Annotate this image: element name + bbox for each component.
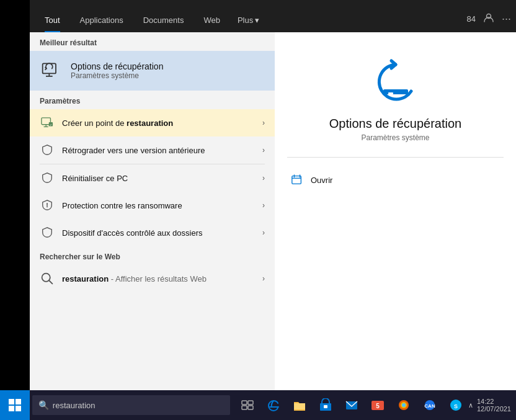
mail-icon[interactable] — [339, 390, 364, 420]
open-text: Ouvrir — [311, 176, 332, 185]
protection-text: Protection contre les ransomware — [62, 201, 255, 210]
chevron-right-icon-creer: › — [262, 118, 265, 127]
svg-rect-22 — [242, 406, 247, 409]
taskbar-icons: 5 CAN S — [235, 390, 468, 420]
start-button[interactable] — [0, 390, 30, 420]
web-search-item[interactable]: restauration - Afficher les résultats We… — [30, 265, 275, 292]
svg-rect-19 — [16, 406, 21, 411]
right-divider — [287, 157, 504, 158]
taskview-icon[interactable] — [235, 390, 260, 420]
chevron-right-icon-dispositif: › — [262, 228, 265, 237]
taskbar-right: ∧ 14:2212/07/2021 — [468, 398, 516, 413]
shield-ransomware-icon — [40, 198, 55, 213]
svg-rect-17 — [16, 399, 21, 404]
search-content: Meilleur résultat Options de récupératio… — [30, 32, 516, 390]
web-query-text: restauration - Afficher les résultats We… — [62, 274, 255, 284]
search-icon — [40, 271, 55, 286]
monitor-icon: ✓ — [40, 115, 55, 130]
right-action-open[interactable]: Ouvrir — [287, 168, 504, 192]
system-tray: ∧ — [468, 401, 473, 409]
svg-text:✓: ✓ — [50, 123, 52, 127]
svg-rect-13 — [383, 89, 408, 94]
chevron-right-icon-reinitialiser: › — [262, 174, 265, 182]
svg-rect-20 — [242, 401, 247, 404]
right-title: Options de récupération — [329, 117, 461, 131]
can-icon[interactable]: CAN — [417, 390, 442, 420]
account-icon[interactable] — [483, 12, 494, 26]
web-search-label: Rechercher sur le Web — [30, 246, 275, 265]
tab-applications[interactable]: Applications — [70, 16, 133, 32]
list-item-creer[interactable]: ✓ Créer un point de restauration › — [30, 109, 275, 136]
clock: 14:2212/07/2021 — [477, 398, 511, 413]
svg-text:S: S — [454, 403, 458, 409]
tab-right-area: 84 ··· — [467, 12, 511, 32]
taskbar-search-icon: 🔍 — [38, 400, 49, 410]
taskbar: 🔍 restauration — [0, 390, 516, 420]
left-panel: Meilleur résultat Options de récupératio… — [30, 32, 275, 390]
right-subtitle: Paramètres système — [361, 133, 429, 142]
taskbar-search-text: restauration — [53, 401, 96, 410]
best-result-text: Options de récupération Paramètres systè… — [71, 61, 163, 80]
right-recovery-icon — [371, 57, 420, 107]
list-item-reinitialiser[interactable]: Réinitialiser ce PC › — [30, 164, 275, 192]
tab-tout[interactable]: Tout — [35, 16, 70, 32]
file-explorer-icon[interactable] — [287, 390, 312, 420]
creer-text: Créer un point de restauration — [62, 118, 255, 128]
svg-rect-25 — [324, 405, 327, 408]
chevron-right-icon-protection: › — [262, 201, 265, 210]
svg-line-12 — [49, 280, 52, 284]
chevron-right-icon-retrograder: › — [262, 146, 265, 154]
tab-web[interactable]: Web — [194, 16, 230, 32]
svg-rect-14 — [388, 92, 393, 94]
skype-icon[interactable]: S — [443, 390, 468, 420]
list-item-retrograder[interactable]: Rétrograder vers une version antérieure … — [30, 136, 275, 164]
svg-rect-23 — [248, 406, 253, 409]
svg-rect-18 — [9, 406, 14, 411]
reinitialiser-text: Réinitialiser ce PC — [62, 174, 255, 183]
svg-rect-21 — [248, 401, 253, 404]
svg-text:CAN: CAN — [424, 403, 435, 409]
shield-back-icon — [40, 143, 55, 158]
best-result-label: Meilleur résultat — [30, 32, 275, 51]
svg-point-31 — [402, 403, 406, 407]
svg-point-10 — [47, 203, 48, 204]
store-icon[interactable] — [313, 390, 338, 420]
svg-rect-1 — [43, 63, 56, 73]
search-panel: Tout Applications Documents Web Plus ▾ 8… — [30, 0, 516, 390]
more-icon[interactable]: ··· — [502, 12, 511, 25]
refresh-icon — [40, 171, 55, 185]
svg-text:5: 5 — [376, 403, 380, 409]
dispositif-text: Dispositif d'accès contrôlé aux dossiers — [62, 228, 255, 238]
chevron-down-icon: ▾ — [255, 16, 259, 25]
folder-shield-icon — [40, 225, 55, 240]
edge-icon[interactable] — [261, 390, 286, 420]
chevron-right-icon-web: › — [262, 274, 265, 283]
tab-plus[interactable]: Plus ▾ — [230, 16, 267, 32]
result-count-badge: 84 — [467, 14, 476, 24]
right-panel: Options de récupération Paramètres systè… — [275, 32, 516, 390]
open-icon — [290, 172, 305, 187]
recovery-icon — [40, 60, 62, 82]
fivebar-icon[interactable]: 5 — [365, 390, 390, 420]
settings-label: Paramètres — [30, 91, 275, 109]
taskbar-search-box[interactable]: 🔍 restauration — [32, 395, 230, 415]
best-result-item[interactable]: Options de récupération Paramètres systè… — [30, 51, 275, 91]
retrograder-text: Rétrograder vers une version antérieure — [62, 146, 255, 155]
search-tabs: Tout Applications Documents Web Plus ▾ 8… — [30, 0, 516, 32]
firefox-icon[interactable] — [391, 390, 416, 420]
list-item-dispositif[interactable]: Dispositif d'accès contrôlé aux dossiers… — [30, 219, 275, 246]
svg-rect-16 — [9, 399, 14, 404]
list-item-protection[interactable]: Protection contre les ransomware › — [30, 192, 275, 219]
tab-documents[interactable]: Documents — [133, 16, 194, 32]
